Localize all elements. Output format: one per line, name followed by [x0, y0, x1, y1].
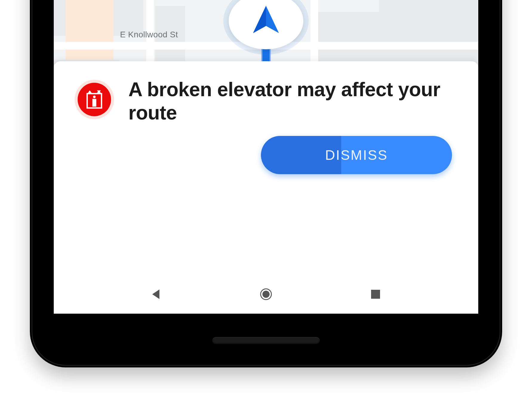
phone-speaker-grill — [212, 337, 320, 344]
nav-back-button[interactable] — [147, 285, 165, 303]
nav-recent-button[interactable] — [367, 285, 385, 303]
street-label: E Knollwood St — [120, 30, 178, 39]
square-recent-icon — [370, 289, 381, 300]
screen: E Knollwood St — [54, 0, 478, 314]
svg-point-2 — [93, 96, 96, 98]
phone-frame: E Knollwood St — [30, 0, 502, 367]
svg-rect-5 — [371, 290, 380, 299]
svg-rect-1 — [92, 99, 96, 107]
elevator-broken-icon — [84, 89, 105, 110]
route-alert-card: A broken elevator may affect your route … — [54, 61, 478, 275]
triangle-back-icon — [150, 288, 162, 300]
alert-icon-badge — [75, 80, 114, 119]
svg-point-4 — [262, 291, 270, 298]
alert-title: A broken elevator may affect your route — [128, 78, 457, 125]
navigation-arrow-icon — [248, 3, 284, 39]
android-navbar — [54, 275, 478, 314]
dismiss-button[interactable]: DISMISS — [261, 136, 452, 174]
circle-home-icon — [259, 288, 273, 301]
nav-home-button[interactable] — [257, 285, 275, 303]
